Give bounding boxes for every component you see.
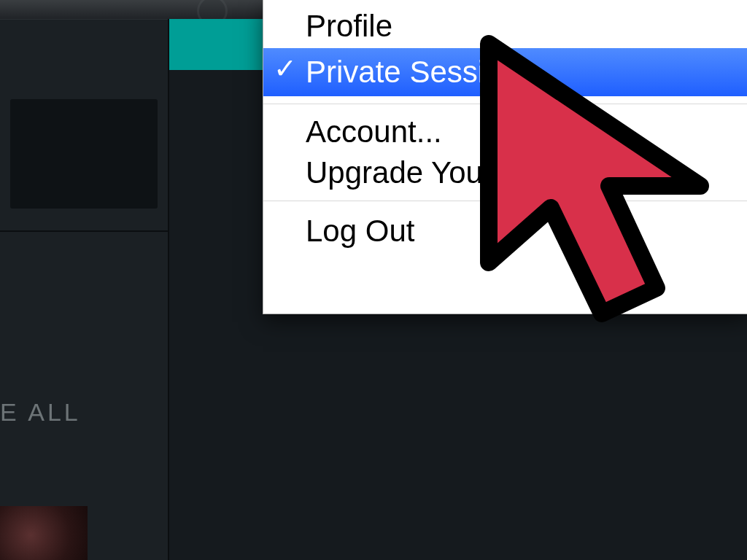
menu-item-label: Upgrade Your Ac [306,155,535,190]
divider [0,230,168,232]
menu-item-private-session[interactable]: ✓ Private Session [263,48,747,96]
sidebar: E ALL [0,19,168,560]
divider [168,19,169,560]
menu-item-profile[interactable]: Profile [263,4,747,48]
menu-item-upgrade-account[interactable]: Upgrade Your Ac [263,152,747,193]
app-window: E ALL Profile ✓ Private Session Account.… [0,0,747,560]
checkmark-icon: ✓ [274,48,297,89]
menu-item-label: Log Out [306,214,414,248]
divider [263,104,747,104]
user-dropdown-menu[interactable]: Profile ✓ Private Session Account... Upg… [263,0,747,314]
menu-item-label: Private Session [306,55,519,89]
menu-item-label: Profile [306,9,392,43]
see-all-label[interactable]: E ALL [0,398,168,427]
album-art-thumbnail[interactable] [0,506,88,560]
menu-item-log-out[interactable]: Log Out [263,209,747,254]
divider [0,19,168,20]
menu-item-label: Account... [306,114,442,149]
divider [263,201,747,201]
sidebar-section [10,99,158,209]
menu-item-account[interactable]: Account... [263,112,747,152]
